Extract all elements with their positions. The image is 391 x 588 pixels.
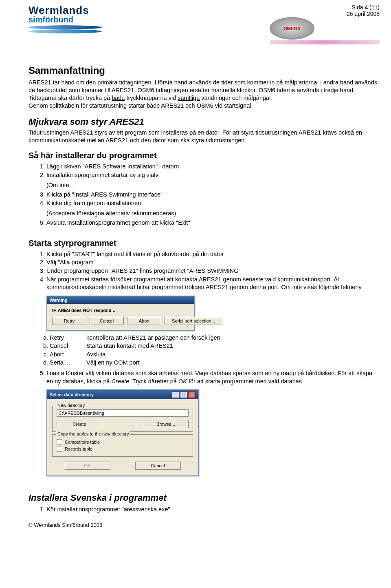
list-item: Kör installationsprogrammet "aressvenska… — [46, 506, 380, 514]
heading-install: Så här installerar du programmet — [29, 151, 380, 160]
ok-button[interactable]: OK — [65, 462, 110, 470]
omega-logo: OMEGA — [270, 17, 314, 40]
warning-text: IF-ARES does NOT respond... — [52, 308, 189, 313]
group-new-directory: New directory C:\ARESDB\testtävling Crea… — [52, 406, 193, 432]
install-list-end: Avsluta installationsprogrammet genom at… — [29, 219, 380, 227]
minimize-icon[interactable]: _ — [172, 391, 179, 398]
warning-dialog: Warning IF-ARES does NOT respond... Retr… — [46, 296, 195, 331]
header-right: Sida 4 (11) 26 april 2008 OMEGA — [270, 4, 380, 44]
maximize-icon[interactable]: □ — [180, 391, 187, 398]
select-dir-dialog: Select data directory _ □ × New director… — [46, 389, 199, 476]
checkbox-icon — [57, 439, 62, 445]
list-item: Välj "Alla program" — [46, 259, 380, 267]
list-item: Klicka på "Install ARES Swimming Interfa… — [46, 191, 380, 199]
heading-sammanfattning: Sammanfattning — [29, 65, 380, 76]
abort-button[interactable]: Abort — [127, 317, 161, 325]
list-item: Klicka dig fram genom installationen — [46, 199, 380, 208]
page-number: Sida 4 (11) — [270, 4, 380, 11]
list-item: Installationsprogrammet startar av sig s… — [46, 171, 380, 179]
para-mjukvara: Tidutrustningen ARES21 styrs av ett prog… — [29, 129, 380, 144]
list-item: CancelStarta utan kontakt med ARES21 — [50, 342, 380, 350]
omega-strip — [270, 40, 380, 44]
list-item: Lägg i skivan "ARES Software Installatio… — [46, 163, 380, 171]
close-icon[interactable]: × — [188, 391, 196, 398]
browse-button[interactable]: Browse... — [143, 420, 189, 428]
para-sammanfattning: ARES21 tar hand om den primära tidtagnin… — [29, 79, 380, 109]
group-title: New directory — [56, 403, 86, 408]
create-button[interactable]: Create — [57, 420, 102, 428]
install-list-cont: Klicka på "Install ARES Swimming Interfa… — [29, 191, 380, 207]
list-item: Avsluta installationsprogrammet genom at… — [46, 219, 380, 227]
dialog-titlebar: Select data directory _ □ × — [47, 390, 198, 399]
list-item: Klicka på "START" längst ned till vänste… — [46, 250, 380, 259]
path-input[interactable]: C:\ARESDB\testtävling — [57, 409, 189, 417]
cancel-button[interactable]: Cancel — [90, 317, 124, 325]
list-item: Retrykontrollera att ARES21 är påslagen … — [50, 334, 380, 342]
serial-port-button[interactable]: Serial port selection... — [165, 317, 222, 325]
list-item: Serial…Välj en ny COM port — [50, 359, 380, 367]
heading-installera-svenska: Installera Svenska i programmet — [29, 493, 380, 503]
list-item: AbortAvsluta — [50, 351, 380, 359]
group-copy-tables: Copy the tables to the new directory Com… — [52, 434, 193, 457]
list-item: I nästa fönster välj vilken databas som … — [46, 369, 380, 385]
dialog-titlebar: Warning — [47, 296, 194, 304]
start-list: Klicka på "START" längst ned till vänste… — [29, 250, 380, 292]
heading-mjukvara: Mjukvara som styr ARES21 — [29, 117, 380, 127]
checkbox-icon — [57, 446, 62, 452]
wave-icon — [29, 24, 102, 35]
heading-starta: Starta styrprogrammet — [29, 239, 380, 248]
cancel-button[interactable]: Cancel — [135, 462, 181, 470]
logo-line2: simförbund — [29, 15, 102, 24]
page-header: Wermlands simförbund Sida 4 (11) 26 apri… — [29, 4, 380, 44]
svenska-list: Kör installationsprogrammet "aressvenska… — [29, 506, 380, 514]
wermlands-logo: Wermlands simförbund — [29, 4, 102, 35]
dialog-title: Select data directory — [50, 392, 94, 397]
page-date: 26 april 2008 — [270, 11, 380, 17]
page-footer: © Wermlands Simförbund 2008 — [29, 522, 380, 528]
dialog-title: Warning — [50, 298, 68, 303]
list-item: När programmet startas försöker programm… — [46, 276, 380, 292]
install-note-2: (Om inte… — [46, 182, 380, 188]
retry-button[interactable]: Retry — [52, 317, 86, 325]
group-title: Copy the tables to the new directory — [56, 431, 130, 436]
install-note-4: (Acceptera föreslagna alternativ rekomme… — [46, 210, 380, 217]
install-list: Lägg i skivan "ARES Software Installatio… — [29, 163, 380, 179]
list-item: Under programgruppen "ARES 21" finns pro… — [46, 267, 380, 275]
warning-explain-list: Retrykontrollera att ARES21 är påslagen … — [29, 334, 380, 367]
start-list-5: I nästa fönster välj vilken databas som … — [29, 369, 380, 385]
checkbox-competitors[interactable]: Competitors table — [57, 439, 189, 445]
window-controls: _ □ × — [172, 391, 196, 398]
checkbox-records[interactable]: Records table — [57, 446, 189, 452]
